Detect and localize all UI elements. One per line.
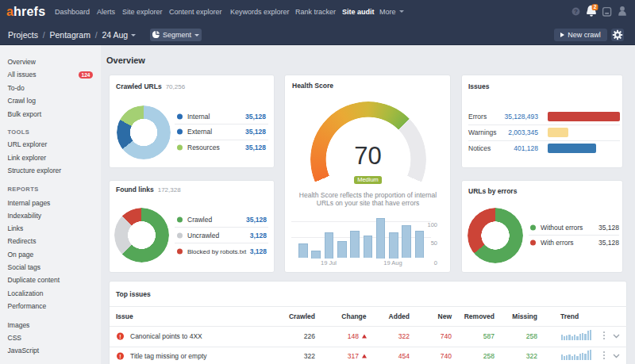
svg-text:2: 2 xyxy=(594,4,597,10)
svg-text:?: ? xyxy=(574,8,578,15)
